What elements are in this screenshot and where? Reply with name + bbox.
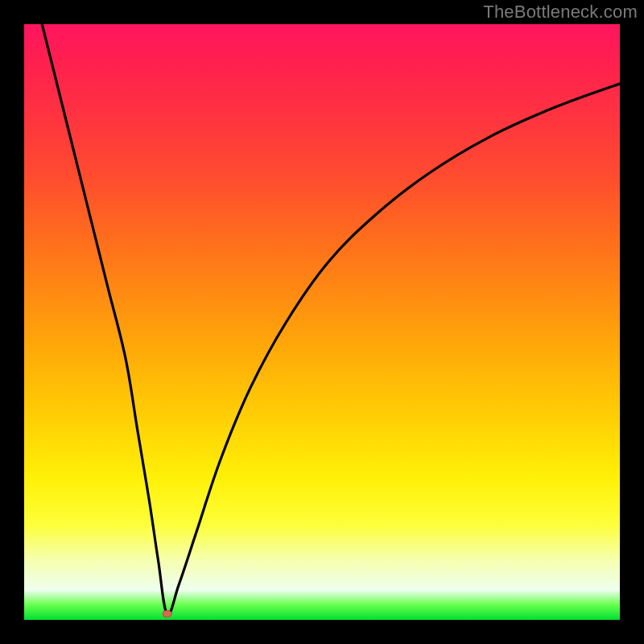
bottleneck-curve — [42, 24, 620, 614]
plot-area — [24, 24, 620, 620]
watermark-text: TheBottleneck.com — [483, 2, 638, 23]
chart-container: TheBottleneck.com — [0, 0, 644, 644]
curve-layer — [24, 24, 620, 620]
optimal-marker — [163, 611, 171, 617]
